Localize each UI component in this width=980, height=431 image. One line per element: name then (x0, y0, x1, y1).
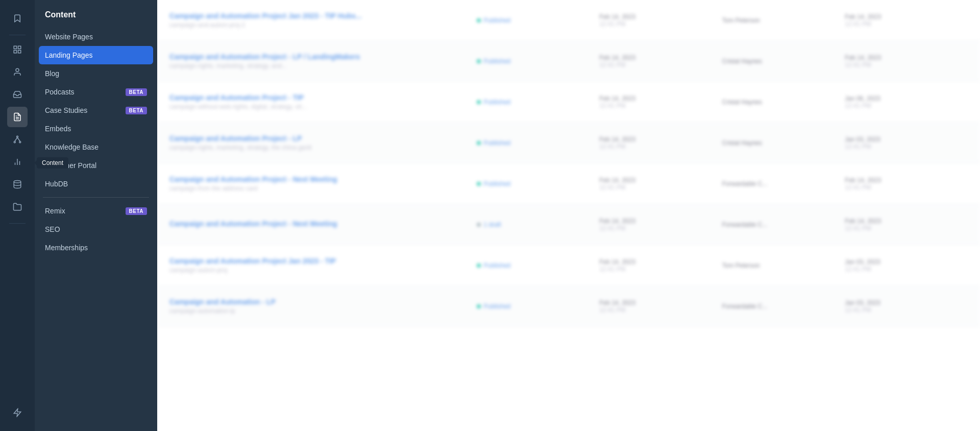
row-title-block: Campaign and Automation - LP campaign-au… (169, 298, 477, 315)
svg-point-7 (17, 136, 18, 137)
svg-rect-1 (18, 46, 21, 49)
submenu-title: Content (35, 6, 157, 28)
submenu-item-blog[interactable]: Blog (35, 64, 157, 83)
submenu-item-label: Podcasts (45, 88, 75, 96)
svg-point-9 (19, 141, 21, 143)
submenu-item-remix[interactable]: RemixBETA (35, 202, 157, 220)
submenu-item-hubdb[interactable]: HubDB (35, 175, 157, 193)
row-published-date: Feb 14, 2023 12:41 PM (599, 258, 722, 273)
row-title-block: Campaign and Automation Project - Next M… (169, 220, 477, 229)
inbox-icon[interactable] (7, 84, 28, 105)
folder-icon[interactable] (7, 197, 28, 217)
reports-icon[interactable] (7, 152, 28, 172)
row-author: Forwardable C... (722, 180, 845, 187)
row-published-date: Feb 14, 2023 12:41 PM (599, 218, 722, 232)
row-subtitle: campaign-automation-lp (169, 307, 477, 315)
row-status: Published (477, 303, 600, 310)
table-row[interactable]: Campaign and Automation Project Jan 2023… (157, 0, 980, 41)
status-text: Published (484, 17, 511, 24)
status-text: Published (484, 99, 511, 106)
submenu-item-label: SEO (45, 225, 60, 233)
row-author: Forwardable C... (722, 221, 845, 228)
submenu-item-label: Memberships (45, 244, 88, 252)
submenu-item-website-pages[interactable]: Website Pages (35, 28, 157, 46)
submenu-item-label: Remix (45, 207, 65, 215)
submenu-divider (43, 197, 149, 198)
row-updated-date: Feb 14, 2023 12:41 PM (845, 177, 968, 191)
svg-rect-0 (14, 46, 16, 49)
row-author: Tom Peterson (722, 17, 845, 24)
beta-badge: BETA (126, 107, 147, 114)
submenu-item-case-studies[interactable]: Case StudiesBETA (35, 101, 157, 119)
row-subtitle: campaign-without-web-rights, digital, st… (169, 103, 477, 110)
status-text: Published (484, 180, 511, 187)
row-title: Campaign and Automation Project - TIP (169, 93, 477, 102)
row-author: Cristal Haynes (722, 58, 845, 65)
row-published-date: Feb 14, 2023 12:41 PM (599, 177, 722, 191)
table-row[interactable]: Campaign and Automation Project - Next M… (157, 204, 980, 245)
svg-line-10 (15, 137, 17, 141)
svg-line-11 (17, 137, 20, 141)
submenu-item-label: Landing Pages (45, 51, 92, 59)
submenu-item-label: HubDB (45, 180, 68, 188)
row-status: Published (477, 58, 600, 65)
status-text: Published (484, 58, 511, 65)
bookmark-icon[interactable] (7, 8, 28, 29)
table-row[interactable]: Campaign and Automation Project - LP cam… (157, 123, 980, 163)
table-row[interactable]: Campaign and Automation Project Jan 2023… (157, 245, 980, 286)
submenu-item-label: Knowledge Base (45, 143, 99, 151)
row-title: Campaign and Automation Project Jan 2023… (169, 12, 477, 20)
row-title: Campaign and Automation Project - LP (169, 134, 477, 142)
status-dot (477, 59, 481, 63)
table-row[interactable]: Campaign and Automation Project - Next M… (157, 163, 980, 204)
table-row[interactable]: Campaign and Automation Project - LP / L… (157, 41, 980, 82)
status-text: Published (484, 303, 511, 310)
row-updated-date: Jan 03, 2023 12:41 PM (845, 136, 968, 150)
contacts-icon[interactable] (7, 62, 28, 82)
database-icon[interactable] (7, 174, 28, 195)
status-text: Published (484, 139, 511, 147)
row-author: Tom Peterson (722, 262, 845, 269)
svg-marker-16 (14, 409, 21, 417)
table-row[interactable]: Campaign and Automation - LP campaign-au… (157, 286, 980, 327)
content-icon[interactable] (7, 107, 28, 127)
submenu-item-embeds[interactable]: Embeds (35, 119, 157, 138)
status-dot (477, 100, 481, 104)
submenu-item-label: Blog (45, 69, 59, 78)
icon-rail: Content (0, 0, 35, 431)
submenu-item-seo[interactable]: SEO (35, 220, 157, 238)
row-updated-date: Feb 14, 2023 12:41 PM (845, 218, 968, 232)
status-dot (477, 141, 481, 145)
row-title-block: Campaign and Automation Project Jan 2023… (169, 257, 477, 274)
status-dot (477, 182, 481, 186)
row-status: Published (477, 262, 600, 269)
row-status: 1 draft (477, 221, 600, 228)
row-title-block: Campaign and Automation Project - LP cam… (169, 134, 477, 151)
network-icon[interactable] (7, 129, 28, 150)
submenu-item-landing-pages[interactable]: Landing Pages (39, 46, 153, 64)
submenu-item-memberships[interactable]: Memberships (35, 238, 157, 257)
row-status: Published (477, 180, 600, 187)
status-text: Published (484, 262, 511, 269)
row-status: Published (477, 139, 600, 147)
row-subtitle: campaign-autom-proj (169, 267, 477, 274)
table-row[interactable]: Campaign and Automation Project - TIP ca… (157, 82, 980, 123)
svg-point-4 (16, 68, 19, 71)
submenu-item-knowledge-base[interactable]: Knowledge Base (35, 138, 157, 156)
submenu-item-podcasts[interactable]: PodcastsBETA (35, 83, 157, 101)
row-updated-date: Jan 03, 2023 12:41 PM (845, 299, 968, 314)
svg-rect-2 (18, 51, 21, 53)
row-published-date: Feb 14, 2023 12:41 PM (599, 299, 722, 314)
submenu-item-customer-portal[interactable]: Customer Portal (35, 156, 157, 175)
beta-badge: BETA (126, 207, 147, 215)
svg-rect-3 (14, 51, 16, 53)
row-updated-date: Jan 03, 2023 12:41 PM (845, 258, 968, 273)
status-dot (477, 18, 481, 22)
row-subtitle: campaign-and-autom-proj-2 (169, 21, 477, 29)
dashboard-icon[interactable] (7, 39, 28, 60)
add-icon[interactable] (7, 402, 28, 423)
row-subtitle: campaign-from the address card (169, 185, 477, 192)
row-status: Published (477, 17, 600, 24)
beta-badge: BETA (126, 88, 147, 96)
row-title-block: Campaign and Automation Project - Next M… (169, 175, 477, 192)
